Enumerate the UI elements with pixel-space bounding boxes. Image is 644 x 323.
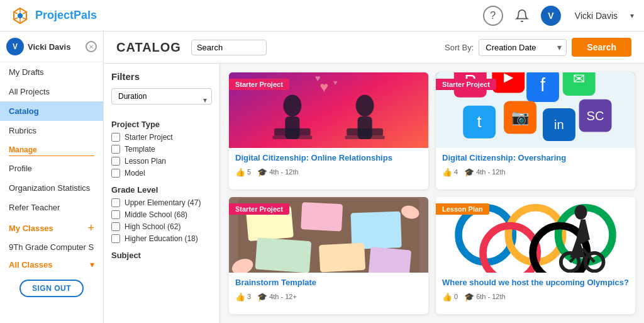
card-4-likes: 👍 0 xyxy=(442,292,458,302)
svg-rect-16 xyxy=(345,135,384,139)
sort-row: Sort By: Creation Date Title Grade Level… xyxy=(445,38,631,57)
filter-high-school[interactable]: High School (62) xyxy=(111,222,212,231)
grade-level-section: Grade Level Upper Elementary (47) Middle… xyxy=(111,185,212,243)
filter-template[interactable]: Template xyxy=(111,145,212,154)
filter-high-school-checkbox[interactable] xyxy=(111,222,120,231)
filter-lesson-checkbox[interactable] xyxy=(111,157,120,166)
all-classes-chevron: ▾ xyxy=(90,259,94,269)
logo-icon xyxy=(10,6,30,26)
svg-text:♥: ♥ xyxy=(333,79,338,86)
svg-point-13 xyxy=(356,95,374,117)
filter-template-checkbox[interactable] xyxy=(111,145,120,154)
svg-text:♥: ♥ xyxy=(319,79,328,95)
card-3-title[interactable]: Brainstorm Template xyxy=(235,278,422,288)
card-4-grade: 🎓 6th - 12th xyxy=(464,292,505,302)
svg-rect-43 xyxy=(319,243,365,273)
sidebar-close-button[interactable]: ✕ xyxy=(86,41,97,52)
user-avatar-top[interactable]: V xyxy=(541,6,561,26)
card-1-likes: 👍 5 xyxy=(235,167,251,177)
card-1-title[interactable]: Digital Citizenship: Online Relationship… xyxy=(235,153,422,164)
filter-model[interactable]: Model xyxy=(111,169,212,178)
bell-icon[interactable] xyxy=(513,7,531,25)
card-4-body: Where should we host the upcoming Olympi… xyxy=(436,273,635,314)
svg-rect-15 xyxy=(347,128,383,136)
svg-rect-44 xyxy=(368,247,411,273)
svg-rect-12 xyxy=(272,135,312,139)
filter-upper-elementary-checkbox[interactable] xyxy=(111,198,120,207)
main-content: CATALOG ✕ Sort By: Creation Date Title G… xyxy=(104,31,644,323)
filter-model-checkbox[interactable] xyxy=(111,169,120,178)
sidebar-item-9th-grade[interactable]: 9Th Grade Computer S xyxy=(0,239,103,256)
card-4-title[interactable]: Where should we host the upcoming Olympi… xyxy=(442,278,629,288)
card-1-grade: 🎓 4th - 12th xyxy=(257,167,298,177)
filter-upper-elementary[interactable]: Upper Elementary (47) xyxy=(111,198,212,207)
catalog-title: CATALOG xyxy=(116,40,181,55)
search-input[interactable] xyxy=(191,40,267,55)
card-4-badge: Lesson Plan xyxy=(436,203,489,215)
logo-area: ProjectPals xyxy=(10,6,483,26)
sidebar-item-rubrics[interactable]: Rubrics xyxy=(0,121,103,140)
card-3-likes: 👍 3 xyxy=(235,292,251,302)
card-1-image: ♥ ♥ ♥ Starter Project xyxy=(229,72,428,148)
svg-text:f: f xyxy=(540,75,546,95)
svg-rect-40 xyxy=(301,202,343,232)
card-2-body: Digital Citizenship: Oversharing 👍 4 🎓 4… xyxy=(436,148,635,190)
sidebar-user-row: V Vicki Davis ✕ xyxy=(0,31,103,62)
card-3: Starter Project Brainstorm Template 👍 3 … xyxy=(229,197,428,314)
card-3-badge: Starter Project xyxy=(229,203,289,215)
cards-grid: ♥ ♥ ♥ Starter Project Digital Citizenshi… xyxy=(220,64,644,323)
add-class-button[interactable]: + xyxy=(87,222,94,234)
sidebar: V Vicki Davis ✕ My Drafts All Projects C… xyxy=(0,31,104,323)
subject-label: Subject xyxy=(111,251,212,260)
sidebar-item-all-projects[interactable]: All Projects xyxy=(0,82,103,101)
sidebar-item-my-drafts[interactable]: My Drafts xyxy=(0,62,103,82)
graduation-icon-4: 🎓 xyxy=(464,292,474,302)
svg-text:♥: ♥ xyxy=(315,73,321,83)
svg-text:in: in xyxy=(554,118,564,132)
filter-starter-checkbox[interactable] xyxy=(111,133,120,142)
user-menu-chevron[interactable]: ▾ xyxy=(630,11,634,20)
card-2-badge: Starter Project xyxy=(436,79,496,90)
card-1: ♥ ♥ ♥ Starter Project Digital Citizenshi… xyxy=(229,72,428,190)
user-name-top[interactable]: Vicki Davis xyxy=(575,11,618,21)
thumbs-up-icon-4: 👍 xyxy=(442,292,452,302)
svg-text:SC: SC xyxy=(587,109,604,123)
project-type-label: Project Type xyxy=(111,120,212,129)
sort-label: Sort By: xyxy=(445,43,474,52)
filter-lesson-plan[interactable]: Lesson Plan xyxy=(111,157,212,166)
filter-starter-project[interactable]: Starter Project xyxy=(111,133,212,142)
card-2-title[interactable]: Digital Citizenship: Oversharing xyxy=(442,153,629,164)
search-button[interactable]: Search xyxy=(572,38,631,57)
grade-level-label: Grade Level xyxy=(111,185,212,195)
filter-higher-education[interactable]: Higher Education (18) xyxy=(111,234,212,243)
help-icon[interactable]: ? xyxy=(483,6,503,26)
main-layout: V Vicki Davis ✕ My Drafts All Projects C… xyxy=(0,31,644,323)
sidebar-item-profile[interactable]: Profile xyxy=(0,159,103,178)
filter-middle-school-checkbox[interactable] xyxy=(111,210,120,219)
signout-button[interactable]: SIGN OUT xyxy=(19,280,84,297)
all-classes-label: All Classes xyxy=(9,260,90,269)
duration-filter-wrap: Duration xyxy=(111,88,212,112)
sidebar-item-refer-teacher[interactable]: Refer Teacher xyxy=(0,198,103,217)
svg-text:▶: ▶ xyxy=(504,72,514,84)
filter-higher-education-checkbox[interactable] xyxy=(111,234,120,243)
graduation-icon: 🎓 xyxy=(257,167,267,177)
nav-icons: ? V Vicki Davis ▾ xyxy=(483,6,634,26)
manage-divider xyxy=(9,156,94,156)
svg-point-1 xyxy=(18,13,23,18)
sort-select[interactable]: Creation Date Title Grade Level xyxy=(479,39,567,56)
filters-panel: Filters Duration Project Type Starter Pr… xyxy=(104,64,220,323)
filter-middle-school[interactable]: Middle School (68) xyxy=(111,210,212,219)
topnav: ProjectPals ? V Vicki Davis ▾ xyxy=(0,0,644,31)
manage-section-label: Manage xyxy=(0,140,103,156)
duration-filter[interactable]: Duration xyxy=(111,88,212,105)
graduation-icon-3: 🎓 xyxy=(257,292,267,302)
all-classes-row[interactable]: All Classes ▾ xyxy=(0,256,103,273)
svg-text:📷: 📷 xyxy=(511,108,530,126)
my-classes-row: My Classes + xyxy=(0,217,103,239)
sidebar-item-org-stats[interactable]: Organization Statistics xyxy=(0,178,103,198)
card-2-image: P ▶ f ✉ t 📷 in xyxy=(436,72,635,148)
sort-select-wrap: Creation Date Title Grade Level xyxy=(479,39,567,56)
sidebar-item-catalog[interactable]: Catalog xyxy=(0,101,103,121)
app-name: ProjectPals xyxy=(35,9,97,22)
